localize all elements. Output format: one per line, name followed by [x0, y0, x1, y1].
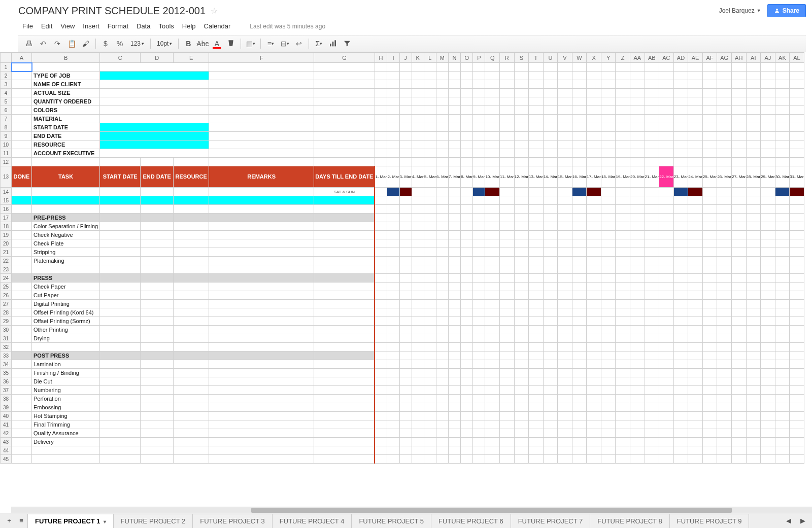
cell[interactable]: [673, 123, 688, 132]
column-header[interactable]: AA: [630, 53, 645, 63]
cell[interactable]: [100, 72, 209, 80]
cell[interactable]: [412, 369, 424, 377]
cell[interactable]: [12, 317, 32, 326]
cell[interactable]: [485, 239, 500, 248]
cell[interactable]: [499, 265, 514, 274]
date-header[interactable]: 1- Mar: [375, 166, 387, 188]
cell[interactable]: [375, 283, 387, 291]
cell[interactable]: [514, 283, 529, 291]
cell[interactable]: [731, 377, 746, 386]
cell[interactable]: [572, 248, 587, 257]
cell[interactable]: [702, 274, 717, 283]
cell[interactable]: [499, 106, 514, 115]
number-format-dropdown[interactable]: 123▾: [127, 40, 147, 47]
cell[interactable]: [558, 446, 572, 455]
cell[interactable]: [746, 188, 761, 196]
cell[interactable]: [558, 334, 572, 343]
cell[interactable]: [543, 196, 558, 205]
cell[interactable]: [375, 386, 387, 395]
cell[interactable]: [32, 158, 100, 166]
row-header[interactable]: 37: [1, 386, 12, 395]
tab-scroll-left-icon[interactable]: ◀: [783, 515, 795, 527]
cell[interactable]: [387, 149, 399, 158]
fill-color-icon[interactable]: [224, 38, 238, 50]
cell[interactable]: [424, 300, 436, 308]
cell[interactable]: [499, 72, 514, 80]
cell[interactable]: [485, 149, 500, 158]
cell[interactable]: [461, 106, 473, 115]
cell[interactable]: [473, 455, 485, 464]
cell[interactable]: [630, 188, 645, 196]
cell[interactable]: [485, 446, 500, 455]
cell[interactable]: [543, 412, 558, 420]
cell[interactable]: [499, 132, 514, 140]
cell[interactable]: [558, 205, 572, 214]
wrap-icon[interactable]: ↩: [292, 38, 306, 50]
cell[interactable]: [461, 455, 473, 464]
cell[interactable]: [688, 438, 703, 446]
cell[interactable]: [543, 377, 558, 386]
cell[interactable]: [630, 386, 645, 395]
cell[interactable]: [761, 214, 775, 222]
cell[interactable]: [790, 222, 804, 231]
cell[interactable]: [412, 291, 424, 300]
cell[interactable]: [775, 351, 790, 360]
cell[interactable]: [412, 149, 424, 158]
column-header[interactable]: J: [399, 53, 412, 63]
cell[interactable]: [514, 188, 529, 196]
column-header[interactable]: F: [209, 53, 314, 63]
cell[interactable]: [688, 196, 703, 205]
cell[interactable]: [630, 334, 645, 343]
cell[interactable]: [529, 106, 544, 115]
cell[interactable]: [543, 360, 558, 369]
cell[interactable]: [424, 395, 436, 403]
cell[interactable]: [790, 239, 804, 248]
cell[interactable]: [790, 351, 804, 360]
cell[interactable]: [141, 403, 174, 412]
cell[interactable]: [375, 412, 387, 420]
cell[interactable]: [673, 106, 688, 115]
cell[interactable]: [775, 123, 790, 132]
cell[interactable]: [209, 300, 314, 308]
cell[interactable]: [375, 317, 387, 326]
cell[interactable]: [473, 257, 485, 265]
cell[interactable]: [543, 343, 558, 351]
cell[interactable]: [209, 446, 314, 455]
cell[interactable]: [174, 326, 209, 334]
cell[interactable]: [412, 106, 424, 115]
task-label[interactable]: Perforation: [32, 395, 100, 403]
cell[interactable]: [717, 395, 732, 403]
cell[interactable]: [436, 80, 448, 89]
cell[interactable]: [375, 123, 387, 132]
cell[interactable]: [12, 351, 32, 360]
cell[interactable]: [645, 140, 659, 149]
bold-icon[interactable]: B: [182, 38, 195, 50]
cell[interactable]: [761, 308, 775, 317]
cell[interactable]: [499, 123, 514, 132]
cell[interactable]: [514, 265, 529, 274]
cell[interactable]: [461, 377, 473, 386]
cell[interactable]: [717, 326, 732, 334]
cell[interactable]: [775, 158, 790, 166]
cell[interactable]: [514, 248, 529, 257]
cell[interactable]: [616, 106, 630, 115]
cell[interactable]: [461, 248, 473, 257]
cell[interactable]: [499, 274, 514, 283]
cell[interactable]: [100, 231, 141, 239]
cell[interactable]: [399, 205, 412, 214]
cell[interactable]: [775, 274, 790, 283]
cell[interactable]: [209, 412, 314, 420]
cell[interactable]: [485, 205, 500, 214]
cell[interactable]: [485, 257, 500, 265]
date-header[interactable]: 21- Mar: [645, 166, 659, 188]
cell[interactable]: [141, 343, 174, 351]
cell[interactable]: [688, 308, 703, 317]
cell[interactable]: [314, 308, 375, 317]
cell[interactable]: [399, 214, 412, 222]
cell[interactable]: [558, 308, 572, 317]
column-header[interactable]: N: [449, 53, 461, 63]
cell[interactable]: [100, 158, 141, 166]
cell[interactable]: [702, 351, 717, 360]
row-header[interactable]: 3: [1, 80, 12, 89]
cell[interactable]: [746, 205, 761, 214]
